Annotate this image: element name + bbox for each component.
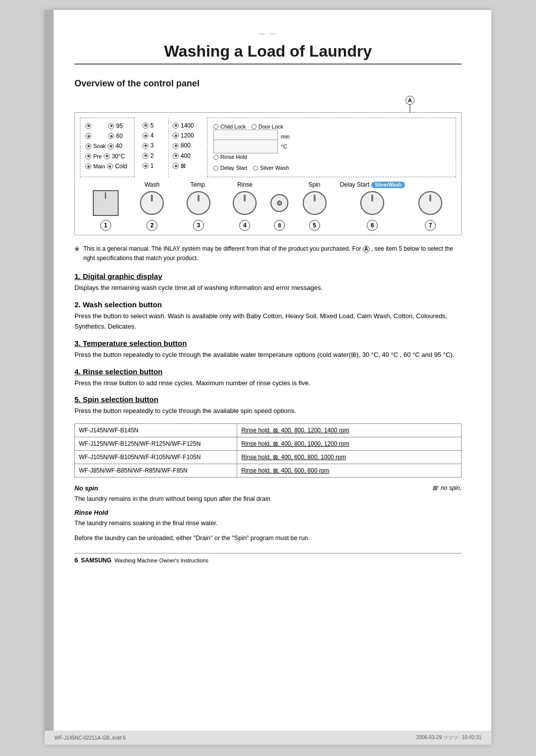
- center-knob[interactable]: ⚙: [270, 194, 288, 212]
- top-dots: — —: [74, 30, 462, 37]
- section-1: 1. Digital graphic display Displays the …: [74, 272, 462, 293]
- bottom-bar-left: WF-J145NC-02211A-GB..indd 6: [55, 735, 126, 741]
- wash-label: Wash: [129, 181, 176, 188]
- spin-table: WF-J145N/WF-B145N Rinse hold, ⊠, 400, 80…: [74, 423, 462, 478]
- page-title: Washing a Load of Laundry: [74, 42, 462, 65]
- section-4: 4. Rinse selection button Press the rins…: [74, 367, 462, 389]
- num-6: 6: [367, 220, 378, 231]
- number-labels-row: 1 2 3 4 8 5 6: [80, 216, 456, 231]
- left-bar: [45, 10, 54, 745]
- delay-start-knob[interactable]: [360, 191, 384, 215]
- rinse-hold-section: Rinse Hold The laundry remains soaking i…: [74, 509, 462, 543]
- model-cell: WF-J125N/WF-B125N/WF-R125N/WF-F125N: [75, 437, 237, 451]
- overview-title: Overview of the control panel: [74, 78, 462, 89]
- num-2: 2: [146, 220, 157, 231]
- temp-label: Temp.: [175, 181, 222, 188]
- delay-start-knob-group: [337, 191, 407, 215]
- spin-label: Spin: [291, 181, 338, 188]
- spin-knob-group: [291, 191, 338, 215]
- rinse-hold-body2: Before the laundry can be unloaded, eith…: [74, 533, 462, 543]
- footer-page-number: 6: [74, 556, 78, 564]
- rinse-hold-title: Rinse Hold: [74, 509, 462, 516]
- section-4-title: 4. Rinse selection button: [74, 367, 462, 376]
- section-3: 3. Temperature selection button Press th…: [74, 339, 462, 360]
- table-row: WF-J145N/WF-B145N Rinse hold, ⊠, 400, 80…: [75, 424, 462, 437]
- wash-options-box: 95 60 Soak40 Pre30°C MainCold: [80, 118, 134, 177]
- knobs-row: ⚙: [80, 190, 456, 216]
- spin-knob[interactable]: [303, 191, 327, 215]
- model-cell: WF-J145N/WF-B145N: [75, 424, 237, 437]
- display-knob: [93, 190, 119, 216]
- table-row: WF-J105N/WF-B105N/WF-R105N/WF-F105N Rins…: [75, 451, 462, 464]
- model-cell: WF-J85N/WF-B85N/WF-R85N/WF-F85N: [75, 464, 237, 478]
- section-5-title: 5. Spin selection button: [74, 395, 462, 404]
- center-knob-group: ⚙: [268, 194, 291, 212]
- num-1: 1: [100, 220, 111, 231]
- footer-description: Washing Machine Owner's Instructions: [115, 557, 208, 563]
- num-5: 5: [309, 220, 320, 231]
- no-spin-body: The laundry remains in the drum without …: [74, 494, 462, 504]
- bottom-bar: WF-J145NC-02211A-GB..indd 6 2006-03-29 ソ…: [45, 731, 491, 745]
- section-5-body: Press the button repeatedly to cycle thr…: [74, 406, 462, 416]
- no-spin-section: ⊠: no spin, No spin The laundry remains …: [74, 484, 462, 504]
- rinse-knob[interactable]: [233, 191, 257, 215]
- num-3: 3: [193, 220, 204, 231]
- section-1-title: 1. Digital graphic display: [74, 272, 462, 280]
- options-cell: Rinse hold, ⊠, 400, 600, 800 rpm: [237, 464, 462, 478]
- no-spin-symbol-note: ⊠: no spin,: [432, 484, 462, 491]
- rinse-options-box: 5 4 3 2 1: [138, 118, 168, 177]
- note-a-ref: A: [363, 246, 370, 253]
- general-note: This is a general manual. The INLAY syst…: [74, 244, 462, 263]
- wash-knob-group: [129, 191, 176, 215]
- section-2-body: Press the button to select wash. Wash is…: [74, 311, 462, 332]
- footer-brand: SAMSUNG: [81, 557, 111, 564]
- model-cell: WF-J105N/WF-B105N/WF-R105N/WF-F105N: [75, 451, 237, 464]
- options-box: Child Lock Door Lock min °C Rinse Hold D…: [207, 118, 456, 177]
- delay-start-label: Delay Start: [340, 181, 369, 188]
- section-2: 2. Wash selection button Press the butto…: [74, 300, 462, 332]
- spin-speed-box: 1400 1200 800 400 ⊠: [168, 118, 203, 177]
- temp-knob-group: [175, 191, 222, 215]
- section-1-body: Displays the remaining wash cycle time,a…: [74, 283, 462, 293]
- section-5: 5. Spin selection button Press the butto…: [74, 395, 462, 416]
- num-8: 8: [274, 220, 285, 231]
- section-3-title: 3. Temperature selection button: [74, 339, 462, 347]
- options-cell: Rinse hold, ⊠, 400, 800, 1200, 1400 rpm: [237, 424, 462, 437]
- num-7: 7: [425, 220, 436, 231]
- no-spin-title: No spin: [74, 484, 462, 492]
- extra-knob[interactable]: [418, 191, 442, 215]
- knob-labels-row: Wash Temp. Rinse Spin Delay Start Silver…: [80, 181, 456, 188]
- table-row: WF-J125N/WF-B125N/WF-R125N/WF-F125N Rins…: [75, 437, 462, 451]
- a-label-pointer: A |: [405, 96, 414, 111]
- wash-knob[interactable]: [140, 191, 164, 215]
- options-cell: Rinse hold, ⊠, 400, 800, 1000, 1200 rpm: [237, 437, 462, 451]
- extra-knob-group: [407, 191, 454, 215]
- table-row: WF-J85N/WF-B85N/WF-R85N/WF-F85N Rinse ho…: [75, 464, 462, 478]
- section-2-title: 2. Wash selection button: [74, 300, 462, 309]
- control-panel-diagram: A | 95 60 Soak40 Pre30°C MainCold 5 4: [74, 96, 462, 235]
- temp-knob[interactable]: [187, 191, 210, 215]
- footer: 6 SAMSUNG Washing Machine Owner's Instru…: [74, 553, 462, 564]
- bottom-bar-right: 2006-03-29 ソソソ · 10:42:31: [416, 734, 481, 741]
- section-4-body: Press the rinse button to add rinse cycl…: [74, 378, 462, 389]
- section-3-body: Press the button repeatedly to cycle thr…: [74, 350, 462, 360]
- silver-wash-badge: SilverWash: [371, 182, 405, 188]
- rinse-knob-group: [222, 191, 268, 215]
- num-4: 4: [239, 220, 250, 231]
- options-cell: Rinse hold, ⊠, 400, 600, 800, 1000 rpm: [237, 451, 462, 464]
- rinse-label: Rinse: [222, 181, 268, 188]
- rinse-hold-body1: The laundry remains soaking in the final…: [74, 518, 462, 528]
